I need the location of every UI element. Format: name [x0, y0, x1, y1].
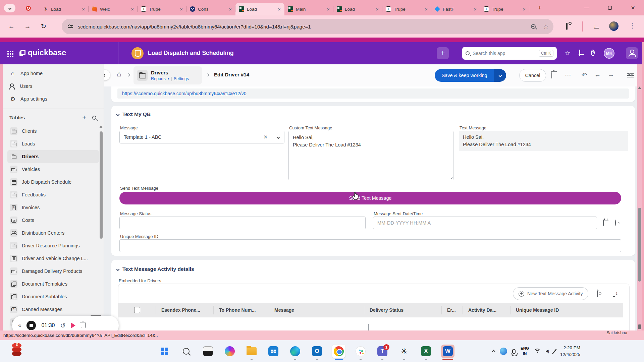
- tab-welcome[interactable]: Welc×: [89, 3, 138, 15]
- table-item-invoices[interactable]: Invoices: [7, 201, 99, 214]
- table-item-vehicles[interactable]: Vehicles: [7, 163, 99, 176]
- breadcrumb-table-name[interactable]: Drivers: [151, 70, 168, 75]
- start-button[interactable]: [158, 345, 171, 358]
- tab-load-2[interactable]: Load×: [333, 3, 382, 15]
- add-table-icon[interactable]: +: [82, 114, 86, 121]
- app-search[interactable]: Search this app Ctrl K: [462, 47, 557, 60]
- close-icon[interactable]: ×: [424, 6, 429, 12]
- table-item-canned-messages[interactable]: Canned Messages: [7, 303, 99, 316]
- profile-avatar[interactable]: [609, 21, 619, 31]
- tab-search-button[interactable]: [4, 4, 15, 12]
- url-text[interactable]: scdemo.quickbase.com/nav/app/bu8bmmy2v/t…: [78, 24, 531, 29]
- reload-button[interactable]: ↻: [38, 21, 49, 32]
- file-explorer-icon[interactable]: [245, 345, 258, 358]
- close-window-button[interactable]: ×: [625, 0, 641, 15]
- column-header[interactable]: To Phone Num...: [213, 306, 269, 314]
- sidebar-scrollbar[interactable]: [100, 131, 103, 239]
- restart-recording-icon[interactable]: ↺: [60, 322, 66, 329]
- clock[interactable]: 2:20 PM12/4/2025: [560, 345, 580, 358]
- close-icon[interactable]: ×: [277, 6, 282, 12]
- column-header[interactable]: Activity Da...: [463, 306, 510, 314]
- expand-chevron-icon[interactable]: [368, 324, 369, 330]
- slack-icon[interactable]: [354, 345, 367, 358]
- pen-icon[interactable]: [552, 349, 557, 354]
- wifi-icon[interactable]: [534, 349, 541, 354]
- close-icon[interactable]: ×: [130, 6, 135, 12]
- stop-recording-button[interactable]: [26, 321, 36, 330]
- play-icon[interactable]: [71, 322, 75, 328]
- maximize-button[interactable]: [602, 0, 618, 15]
- tab-load-active[interactable]: Load×: [235, 3, 284, 15]
- unique-message-id-input[interactable]: [119, 239, 621, 252]
- tab-trupe-3[interactable]: Trupe×: [480, 3, 529, 15]
- calendar-icon[interactable]: [603, 220, 604, 226]
- microphone-icon[interactable]: [512, 349, 516, 354]
- edge-icon[interactable]: [288, 345, 302, 358]
- record-view-icon[interactable]: [597, 291, 598, 297]
- table-item-distribution-centers[interactable]: Distribution Centers: [7, 227, 99, 239]
- copilot-icon[interactable]: [500, 348, 507, 355]
- new-activity-button[interactable]: New Text Message Activity: [513, 287, 588, 300]
- close-icon[interactable]: ×: [179, 6, 184, 12]
- extensions-icon[interactable]: [566, 23, 568, 29]
- save-button[interactable]: Save & keep working: [435, 69, 494, 82]
- tab-fastfield[interactable]: FastF×: [431, 3, 480, 15]
- settings-link[interactable]: Settings: [174, 76, 189, 81]
- table-item-document-subtables[interactable]: Document Subtables: [7, 290, 99, 303]
- collapse-recorder-icon[interactable]: «: [18, 322, 21, 329]
- tray-expand-icon[interactable]: [492, 350, 495, 353]
- pinned-tab[interactable]: [21, 3, 36, 13]
- tab-trupe-1[interactable]: Trupe×: [138, 3, 186, 15]
- table-item-drivers[interactable]: Drivers: [7, 150, 99, 163]
- site-settings-icon[interactable]: [68, 24, 73, 28]
- breadcrumb-table[interactable]: Drivers Reports Settings: [133, 66, 202, 84]
- close-icon[interactable]: ×: [81, 6, 86, 12]
- collapse-icon[interactable]: [116, 267, 120, 271]
- column-header[interactable]: Delivery Status: [364, 306, 441, 314]
- browser-menu-icon[interactable]: ⋮: [629, 22, 635, 29]
- sent-datetime-input[interactable]: [373, 217, 597, 229]
- table-item-clients[interactable]: Clients: [7, 125, 99, 137]
- chatgpt-icon[interactable]: ✳: [397, 345, 411, 358]
- tab-trupe-2[interactable]: Trupe×: [382, 3, 431, 15]
- activity-section-header[interactable]: Text Message Activity details: [117, 266, 194, 272]
- scrollbar-thumb[interactable]: [638, 208, 641, 282]
- clock-icon[interactable]: [615, 220, 616, 226]
- message-status-input[interactable]: [119, 217, 366, 229]
- new-tab-button[interactable]: +: [535, 4, 544, 13]
- column-header[interactable]: Unique Message ID: [510, 306, 623, 314]
- favorites-star-icon[interactable]: ☆: [565, 49, 571, 57]
- custom-message-textarea[interactable]: Hello Sai, Please Deliver The Load #1234: [288, 131, 453, 180]
- send-text-message-button[interactable]: Send Text Message: [119, 192, 621, 204]
- table-item-driver-resource-plannings[interactable]: Driver Resource Plannings: [7, 239, 99, 252]
- next-record-icon[interactable]: →: [608, 71, 614, 78]
- excel-icon[interactable]: X: [419, 345, 433, 358]
- language-indicator[interactable]: ENGIN: [521, 346, 529, 356]
- table-item-driver-vehicle-change-log[interactable]: Driver and Vehicle Change L...: [7, 252, 99, 265]
- collapse-icon[interactable]: [116, 113, 120, 116]
- previous-record-icon[interactable]: ←: [594, 71, 601, 78]
- word-icon[interactable]: W: [441, 345, 454, 358]
- chrome-icon[interactable]: [332, 345, 345, 358]
- tab-main[interactable]: Main×: [284, 3, 333, 15]
- close-icon[interactable]: ×: [473, 6, 478, 12]
- outlook-icon[interactable]: O: [310, 345, 324, 358]
- page-scrollbar[interactable]: [637, 64, 642, 340]
- section-header[interactable]: Text My QB: [117, 111, 151, 117]
- help-icon[interactable]: ?: [591, 50, 595, 56]
- builder-icon[interactable]: [626, 47, 638, 59]
- table-item-costs[interactable]: Costs: [7, 214, 99, 227]
- column-header[interactable]: Er...: [441, 306, 463, 314]
- bookmark-star-icon[interactable]: ☆: [543, 23, 549, 31]
- reports-link[interactable]: Reports: [151, 76, 166, 81]
- close-icon[interactable]: ×: [326, 6, 331, 12]
- search-tables-icon[interactable]: [92, 116, 96, 120]
- scroll-up-arrow[interactable]: [99, 125, 103, 128]
- address-bar[interactable]: scdemo.quickbase.com/nav/app/bu8bmmy2v/t…: [62, 19, 553, 34]
- app-title[interactable]: Load Dispatch and Scheduling: [148, 50, 234, 57]
- add-button[interactable]: +: [437, 47, 449, 59]
- minimize-button[interactable]: —: [579, 0, 594, 15]
- taskbar-search-icon[interactable]: [179, 345, 193, 358]
- more-options-icon[interactable]: ⋯: [565, 71, 571, 79]
- tab-load-1[interactable]: ✳Load×: [40, 3, 89, 15]
